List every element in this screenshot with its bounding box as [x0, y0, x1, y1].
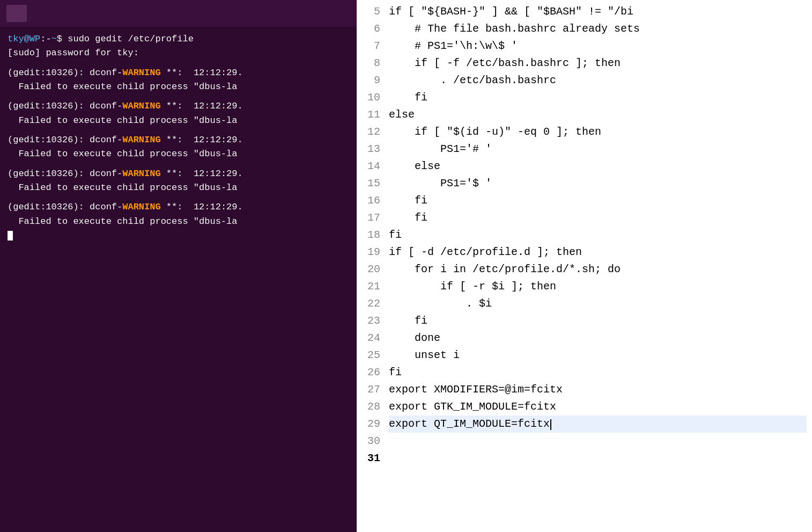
- code-line: fi: [389, 192, 807, 209]
- terminal-line: [8, 195, 349, 200]
- code-line: fi: [389, 312, 807, 330]
- terminal-content: tky@WP:-~$ sudo gedit /etc/profile[sudo]…: [0, 27, 357, 532]
- line-number: 17: [361, 209, 380, 227]
- command-text: sudo gedit /etc/profile: [68, 34, 194, 44]
- line-number: 27: [361, 381, 380, 398]
- line-number: 28: [361, 398, 380, 416]
- code-line: . $i: [389, 295, 807, 312]
- terminal-line: Failed to execute child process "dbus-la: [8, 147, 349, 161]
- line-number: 30: [361, 433, 380, 450]
- code-line: if [ "${BASH-}" ] && [ "$BASH" != "/bi: [389, 3, 807, 20]
- line-number: 11: [361, 106, 380, 123]
- terminal-titlebar: [0, 0, 357, 27]
- line-number: 5: [361, 3, 380, 20]
- line-number: 16: [361, 192, 380, 209]
- line-number: 22: [361, 295, 380, 312]
- line-number: 24: [361, 330, 380, 347]
- terminal-line: [8, 128, 349, 133]
- line-numbers: 5678910111213141516171819202122232425262…: [357, 3, 389, 529]
- terminal-line: Failed to execute child process "dbus-la: [8, 114, 349, 128]
- code-line: export GTK_IM_MODULE=fcitx: [389, 398, 807, 416]
- code-line: PS1='$ ': [389, 175, 807, 192]
- line-number: 12: [361, 123, 380, 141]
- code-line: fi: [389, 364, 807, 381]
- line-number: 19: [361, 244, 380, 261]
- terminal-line: [8, 162, 349, 167]
- line-number: 6: [361, 20, 380, 38]
- terminal-line: [8, 61, 349, 66]
- line-number: 25: [361, 347, 380, 364]
- code-line: fi: [389, 89, 807, 106]
- line-number: 8: [361, 55, 380, 72]
- code-line: else: [389, 158, 807, 175]
- terminal-line: Failed to execute child process "dbus-la: [8, 215, 349, 229]
- code-line: . /etc/bash.bashrc: [389, 72, 807, 89]
- line-number: 9: [361, 72, 380, 89]
- line-number: 13: [361, 141, 380, 158]
- terminal-line: Failed to execute child process "dbus-la: [8, 80, 349, 94]
- terminal-line: (gedit:10326): dconf-WARNING **: 12:12:2…: [8, 167, 349, 181]
- terminal-line: tky@WP:-~$ sudo gedit /etc/profile: [8, 32, 349, 46]
- line-number: 21: [361, 278, 380, 295]
- editor-content: 5678910111213141516171819202122232425262…: [357, 0, 812, 532]
- code-line: export QT_IM_MODULE=fcitx: [389, 416, 807, 433]
- code-line: unset i: [389, 347, 807, 364]
- code-line: for i in /etc/profile.d/*.sh; do: [389, 261, 807, 278]
- terminal-cursor: [8, 231, 13, 241]
- terminal-line: [8, 229, 349, 243]
- line-number: 18: [361, 227, 380, 244]
- line-number: 20: [361, 261, 380, 278]
- new-tab-button[interactable]: [6, 5, 27, 22]
- line-number: 29: [361, 416, 380, 433]
- terminal-line: Failed to execute child process "dbus-la: [8, 181, 349, 195]
- code-line: fi: [389, 227, 807, 244]
- terminal-line: [sudo] password for tky:: [8, 46, 349, 60]
- line-number: 31: [361, 450, 380, 467]
- code-line: fi: [389, 209, 807, 227]
- terminal-pane: tky@WP:-~$ sudo gedit /etc/profile[sudo]…: [0, 0, 357, 532]
- code-line: if [ "$(id -u)" -eq 0 ]; then: [389, 123, 807, 141]
- code-line: PS1='# ': [389, 141, 807, 158]
- code-line: done: [389, 330, 807, 347]
- line-number: 7: [361, 38, 380, 55]
- code-line: if [ -d /etc/profile.d ]; then: [389, 244, 807, 261]
- terminal-line: (gedit:10326): dconf-WARNING **: 12:12:2…: [8, 66, 349, 80]
- terminal-line: (gedit:10326): dconf-WARNING **: 12:12:2…: [8, 200, 349, 214]
- code-line: export XMODIFIERS=@im=fcitx: [389, 381, 807, 398]
- prompt-user: tky@WP: [8, 34, 40, 44]
- line-number: 23: [361, 312, 380, 330]
- line-number: 14: [361, 158, 380, 175]
- code-line: if [ -r $i ]; then: [389, 278, 807, 295]
- code-line: # The file bash.bashrc already sets: [389, 20, 807, 38]
- prompt-path: ~: [51, 34, 57, 44]
- terminal-line: (gedit:10326): dconf-WARNING **: 12:12:2…: [8, 99, 349, 113]
- terminal-line: (gedit:10326): dconf-WARNING **: 12:12:2…: [8, 133, 349, 147]
- editor-pane[interactable]: 5678910111213141516171819202122232425262…: [357, 0, 812, 532]
- prompt-dollar: $: [57, 34, 68, 44]
- code-line: else: [389, 106, 807, 123]
- code-line: if [ -f /etc/bash.bashrc ]; then: [389, 55, 807, 72]
- editor-cursor: [550, 419, 551, 430]
- line-number: 10: [361, 89, 380, 106]
- code-line: # PS1='\h:\w\$ ': [389, 38, 807, 55]
- code-area[interactable]: if [ "${BASH-}" ] && [ "$BASH" != "/bi #…: [389, 3, 812, 529]
- line-number: 15: [361, 175, 380, 192]
- terminal-line: [8, 94, 349, 99]
- line-number: 26: [361, 364, 380, 381]
- prompt-sep: :-: [40, 34, 51, 44]
